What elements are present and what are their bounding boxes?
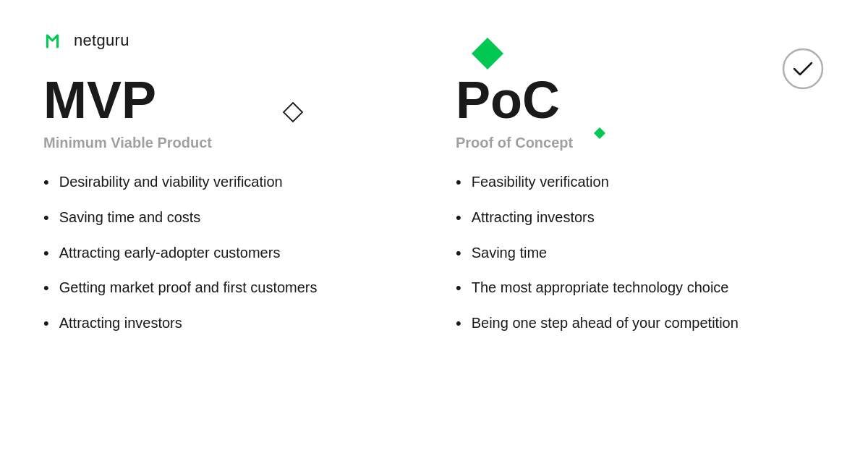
mvp-subtitle: Minimum Viable Product bbox=[43, 135, 412, 151]
svg-point-0 bbox=[783, 49, 822, 88]
mvp-item-1: Desirability and viability verification bbox=[43, 172, 412, 194]
mvp-bullet-list: Desirability and viability verification … bbox=[43, 172, 412, 335]
mvp-item-3: Attracting early-adopter customers bbox=[43, 242, 412, 265]
poc-title: PoC bbox=[456, 74, 825, 126]
poc-item-1: Feasibility verification bbox=[456, 172, 825, 194]
poc-item-3: Saving time bbox=[456, 242, 825, 265]
poc-item-2-text: Attracting investors bbox=[472, 207, 595, 227]
diamond-filled-small-icon bbox=[593, 127, 606, 140]
check-circle-icon bbox=[781, 47, 825, 90]
mvp-item-2: Saving time and costs bbox=[43, 207, 412, 229]
mvp-item-2-text: Saving time and costs bbox=[59, 207, 201, 227]
poc-item-2: Attracting investors bbox=[456, 207, 825, 229]
poc-bullet-list: Feasibility verification Attracting inve… bbox=[456, 172, 825, 335]
mvp-item-5-text: Attracting investors bbox=[59, 313, 182, 333]
poc-item-4-text: The most appropriate technology choice bbox=[472, 277, 729, 297]
poc-item-1-text: Feasibility verification bbox=[472, 172, 609, 192]
poc-subtitle: Proof of Concept bbox=[456, 135, 825, 151]
poc-column: PoC Proof of Concept Feasibility verific… bbox=[441, 74, 825, 348]
mvp-title: MVP bbox=[43, 74, 412, 126]
diamond-outline-icon bbox=[282, 101, 304, 123]
poc-item-3-text: Saving time bbox=[472, 242, 548, 263]
mvp-item-4: Getting market proof and first customers bbox=[43, 277, 412, 300]
mvp-column: MVP Minimum Viable Product Desirability … bbox=[43, 74, 441, 348]
logo-text: netguru bbox=[74, 31, 129, 50]
diamond-filled-large-icon bbox=[470, 36, 505, 71]
mvp-item-1-text: Desirability and viability verification bbox=[59, 172, 283, 192]
poc-item-5: Being one step ahead of your competition bbox=[456, 313, 825, 335]
logo-area: netguru bbox=[43, 29, 825, 52]
content-columns: MVP Minimum Viable Product Desirability … bbox=[43, 74, 825, 348]
mvp-item-4-text: Getting market proof and first customers bbox=[59, 277, 318, 297]
mvp-item-3-text: Attracting early-adopter customers bbox=[59, 242, 281, 263]
netguru-logo-icon bbox=[43, 29, 67, 52]
poc-item-5-text: Being one step ahead of your competition bbox=[472, 313, 739, 333]
poc-item-4: The most appropriate technology choice bbox=[456, 277, 825, 300]
mvp-item-5: Attracting investors bbox=[43, 313, 412, 335]
page-container: netguru MVP Minimum Viable Product bbox=[0, 0, 868, 456]
